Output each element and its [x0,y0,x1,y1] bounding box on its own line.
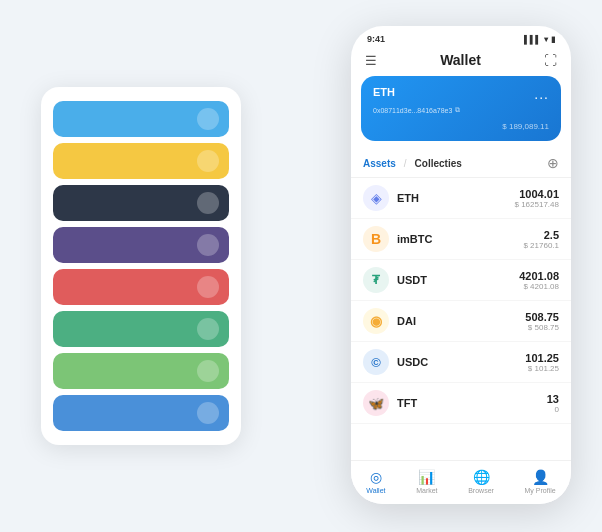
card-dot [197,108,219,130]
table-row[interactable]: ₮ USDT 4201.08 $ 4201.08 [351,260,571,301]
card-stack [41,87,241,445]
list-item[interactable] [53,311,229,347]
page-title: Wallet [440,52,481,68]
status-icons: ▌▌▌ ▾ ▮ [524,35,555,44]
card-dot [197,402,219,424]
tab-assets[interactable]: Assets [363,158,396,169]
table-row[interactable]: 🦋 TFT 13 0 [351,383,571,424]
dai-token-icon: ◉ [363,308,389,334]
tft-token-icon: 🦋 [363,390,389,416]
eth-balance: 189,089.11 [509,122,549,131]
list-item[interactable] [53,395,229,431]
browser-icon: 🌐 [473,469,490,485]
copy-icon[interactable]: ⧉ [455,106,460,114]
list-item[interactable] [53,143,229,179]
battery-icon: ▮ [551,35,555,44]
scene: 9:41 ▌▌▌ ▾ ▮ ☰ Wallet ⛶ ETH ... 0x08711d… [21,16,581,516]
card-dot [197,150,219,172]
expand-icon[interactable]: ⛶ [544,53,557,68]
token-name: USDC [397,356,525,368]
nav-item-market[interactable]: 📊 Market [416,469,437,494]
token-amounts: 508.75 $ 508.75 [525,311,559,332]
tab-divider: / [404,158,407,169]
profile-icon: 👤 [532,469,549,485]
card-dot [197,360,219,382]
token-amounts: 101.25 $ 101.25 [525,352,559,373]
card-dot [197,276,219,298]
eth-address: 0x08711d3e...8416a78e3 ⧉ [373,106,549,114]
token-amount: 101.25 [525,352,559,364]
token-amount: 13 [547,393,559,405]
nav-item-profile[interactable]: 👤 My Profile [525,469,556,494]
token-list: ◈ ETH 1004.01 $ 162517.48 B imBTC 2.5 $ … [351,178,571,460]
status-bar: 9:41 ▌▌▌ ▾ ▮ [351,26,571,48]
nav-label-market: Market [416,487,437,494]
table-row[interactable]: B imBTC 2.5 $ 21760.1 [351,219,571,260]
token-amount: 508.75 [525,311,559,323]
bottom-nav: ◎ Wallet 📊 Market 🌐 Browser 👤 My Profile [351,460,571,504]
eth-label: ETH [373,86,395,98]
eth-balance-label: $ 189,089.11 [373,122,549,131]
eth-card[interactable]: ETH ... 0x08711d3e...8416a78e3 ⧉ $ 189,0… [361,76,561,141]
list-item[interactable] [53,227,229,263]
token-name: USDT [397,274,519,286]
tab-collecties[interactable]: Collecties [415,158,462,169]
nav-label-browser: Browser [468,487,494,494]
token-usd: $ 101.25 [525,364,559,373]
table-row[interactable]: ◉ DAI 508.75 $ 508.75 [351,301,571,342]
wallet-icon: ◎ [370,469,382,485]
eth-card-top: ETH ... [373,86,549,102]
token-name: imBTC [397,233,523,245]
phone-mockup: 9:41 ▌▌▌ ▾ ▮ ☰ Wallet ⛶ ETH ... 0x08711d… [351,26,571,504]
nav-label-profile: My Profile [525,487,556,494]
token-amount: 2.5 [523,229,559,241]
imbtc-token-icon: B [363,226,389,252]
eth-more-button[interactable]: ... [534,86,549,102]
assets-header: Assets / Collecties ⊕ [351,151,571,178]
token-amount: 1004.01 [515,188,560,200]
nav-label-wallet: Wallet [366,487,385,494]
token-name: ETH [397,192,515,204]
token-name: DAI [397,315,525,327]
status-time: 9:41 [367,34,385,44]
token-usd: $ 4201.08 [519,282,559,291]
list-item[interactable] [53,353,229,389]
token-usd: $ 162517.48 [515,200,560,209]
signal-icon: ▌▌▌ [524,35,541,44]
phone-header: ☰ Wallet ⛶ [351,48,571,76]
list-item[interactable] [53,269,229,305]
assets-tabs: Assets / Collecties [363,158,462,169]
usdc-token-icon: © [363,349,389,375]
token-amounts: 13 0 [547,393,559,414]
token-usd: 0 [547,405,559,414]
token-usd: $ 508.75 [525,323,559,332]
market-icon: 📊 [418,469,435,485]
nav-item-browser[interactable]: 🌐 Browser [468,469,494,494]
eth-token-icon: ◈ [363,185,389,211]
list-item[interactable] [53,101,229,137]
token-usd: $ 21760.1 [523,241,559,250]
token-name: TFT [397,397,547,409]
wifi-icon: ▾ [544,35,548,44]
add-asset-button[interactable]: ⊕ [547,155,559,171]
list-item[interactable] [53,185,229,221]
table-row[interactable]: ◈ ETH 1004.01 $ 162517.48 [351,178,571,219]
card-dot [197,318,219,340]
card-dot [197,234,219,256]
menu-icon[interactable]: ☰ [365,53,377,68]
card-dot [197,192,219,214]
token-amounts: 2.5 $ 21760.1 [523,229,559,250]
usdt-token-icon: ₮ [363,267,389,293]
token-amounts: 4201.08 $ 4201.08 [519,270,559,291]
table-row[interactable]: © USDC 101.25 $ 101.25 [351,342,571,383]
nav-item-wallet[interactable]: ◎ Wallet [366,469,385,494]
token-amounts: 1004.01 $ 162517.48 [515,188,560,209]
token-amount: 4201.08 [519,270,559,282]
